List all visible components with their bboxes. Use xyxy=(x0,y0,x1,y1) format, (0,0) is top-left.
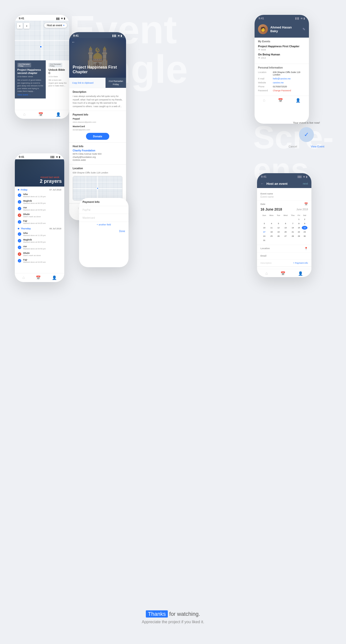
phone-map-events: 9:41 ‹ › Host an event + 21st R xyxy=(15,15,69,119)
mastercard-method: MasterCard donate@pedro.com xyxy=(73,125,123,131)
donate-button[interactable]: Donate xyxy=(86,133,109,140)
host-form-body: Event name Event name Date 📅 16 June 201… xyxy=(257,188,311,269)
cal-week-4: 17 18 19 20 21 22 23 xyxy=(261,230,308,234)
bottom-nav-1: ⌂ 📅 👤 xyxy=(15,110,69,119)
confirmation-overlay: Your event is live now! ✓ Cancel View Ev… xyxy=(282,121,331,148)
bottom-nav-6: ⌂ 📅 👤 xyxy=(257,269,311,277)
profile-icon-3[interactable]: 👤 xyxy=(296,98,301,103)
change-password-btn[interactable]: Change Password xyxy=(273,89,291,92)
personal-info-title: Personal Information xyxy=(258,66,306,69)
signal-icon-2: ▌▌▌ xyxy=(112,35,117,37)
event-title-1: Project Happiness second chapter xyxy=(17,68,43,75)
copy-link-button[interactable]: Copy link to clipboard xyxy=(69,78,105,88)
event-date-badge-1: 21st RamadanFriday xyxy=(17,63,31,67)
payment-info-link[interactable]: + Payment info xyxy=(293,262,308,264)
signal-icon xyxy=(56,17,60,20)
event-hero: 🕌 ← Project Happiness First Chapter xyxy=(69,38,126,78)
signal-icon-3: ▌▌▌ xyxy=(295,17,300,20)
host-info-section: Host Info Charity Foundation 6976 Cleta … xyxy=(69,142,126,164)
map-forward-btn[interactable]: › xyxy=(24,23,30,29)
mastercard-field[interactable]: Mastercard xyxy=(79,214,128,222)
location-icon: 📍 xyxy=(304,247,308,250)
done-link[interactable]: Done xyxy=(79,227,128,235)
host-event-button[interactable]: Host an event + xyxy=(44,23,67,28)
cal-mon: Mon xyxy=(268,214,275,217)
view-event-link-confirm[interactable]: View Event xyxy=(311,145,324,148)
payment-form-header: Payment Info xyxy=(79,198,128,206)
email-field-host[interactable]: Email xyxy=(257,252,311,260)
info-password: Password Change Password xyxy=(258,89,306,92)
profile-name: Ahmed Hasan Baky xyxy=(270,26,300,33)
info-phone: Phone 0170S072S20 xyxy=(258,85,306,88)
host-info-email: charity@foundation.org xyxy=(73,156,123,159)
phone-host-event: 9:41 ▌▌▌ ≋ ▮ ← Host an event next Event … xyxy=(257,173,311,277)
calendar-icon-4[interactable]: 📅 xyxy=(36,275,41,280)
prayer-maghrib-thu: ✓ Maghrib Marked done at 06:55 pm xyxy=(18,238,61,244)
cal-month: June 2018 xyxy=(296,208,308,211)
description-placeholder: Description xyxy=(261,262,272,264)
prayer-fajr-fri: ✓ Fajr Marked done at 04:05 am xyxy=(18,219,61,226)
check-done-4: ✓ xyxy=(18,220,21,224)
date-label: Date xyxy=(261,203,265,205)
prayer-isha-fri: ✓ Isha Marked done at 11:35 pm xyxy=(18,192,61,199)
event-views-2: 👁 2314 xyxy=(258,57,306,59)
home-icon-6[interactable]: ⌂ xyxy=(265,271,268,276)
cancel-link[interactable]: Cancel xyxy=(289,145,297,148)
profile-icon-4[interactable]: 👤 xyxy=(52,275,57,280)
event-name-1: Project Happiness First Chapter xyxy=(258,45,306,48)
copy-link-bar: Copy link to clipboard 21st RamadanFrida… xyxy=(69,78,126,88)
battery-icon-4: ▮ xyxy=(59,156,60,158)
profile-icon-1[interactable]: 👤 xyxy=(56,112,61,117)
map-back-btn[interactable]: ‹ xyxy=(17,23,23,29)
wifi-icon-3: ≋ xyxy=(301,17,303,20)
selected-date-cell[interactable]: 16 xyxy=(302,226,308,230)
phone-prayers: 9:41 ▌▌▌ ≋ ▮ 2 prayers missed last week … xyxy=(15,154,64,282)
location-field[interactable]: Location 📍 xyxy=(257,245,311,252)
calendar-icon-6[interactable]: 📅 xyxy=(281,271,286,276)
info-email: E-mail hello@carsive.me xyxy=(258,78,306,80)
check-icon: ✓ xyxy=(304,131,309,138)
profile-edit-icon[interactable]: ✎ xyxy=(303,27,306,31)
host-back-btn[interactable]: ← xyxy=(261,182,264,186)
my-events-title: My Events xyxy=(258,40,306,43)
view-event-link[interactable]: View event → xyxy=(17,94,43,96)
status-bar-4: 9:41 ▌▌▌ ≋ ▮ xyxy=(15,154,64,159)
personal-info-section: Personal Information Location 639 Shayne… xyxy=(255,64,309,96)
check-done-3: ✓ xyxy=(18,207,21,210)
calendar-icon-1[interactable]: 📅 xyxy=(38,112,43,117)
hero-back-button[interactable]: ← xyxy=(72,40,75,44)
paypal-field[interactable]: PayPal xyxy=(79,206,128,214)
footer-thanks: Thanks for watching. xyxy=(0,611,346,617)
time-1: 9:41 xyxy=(19,17,24,20)
time-4: 9:41 xyxy=(19,155,24,158)
home-icon-4[interactable]: ⌂ xyxy=(22,275,25,280)
event-card-dark: 21st RamadanFriday Project Happiness sec… xyxy=(15,60,46,98)
prayers-count: 2 prayers xyxy=(40,178,62,184)
eye-icon-2: 👁 xyxy=(258,57,260,59)
time-2: 9:41 xyxy=(73,34,79,37)
prayer-list: Friday 07 Jul 2018 ✓ Isha Marked done at… xyxy=(15,186,64,264)
phone-profile: 9:41 ▌▌▌ ≋ ▮ 🧑 Ahmed Hasan Baky ✎ My Eve… xyxy=(255,15,309,124)
status-icons-3: ▌▌▌ ≋ ▮ xyxy=(295,17,305,20)
description-section: Description I was always somebody who fe… xyxy=(69,88,126,111)
calendar-icon: 📅 xyxy=(304,202,308,206)
home-icon-3[interactable]: ⌂ xyxy=(263,98,265,103)
event-name-field[interactable]: Event name Event name xyxy=(257,190,311,200)
desc-payment-field[interactable]: Description + Payment info xyxy=(257,260,311,266)
watching-text: for watching. xyxy=(169,611,200,617)
add-field-link[interactable]: + another field xyxy=(79,222,128,227)
status-icons-1 xyxy=(56,17,65,20)
map-nav-buttons[interactable]: ‹ › xyxy=(17,23,30,29)
host-form-title: Host an event xyxy=(266,182,288,186)
cal-header: 16 June 2018 June 2018 xyxy=(261,207,308,211)
event-name-2: On Being Human xyxy=(258,53,306,56)
calendar-icon-3[interactable]: 📅 xyxy=(278,98,283,103)
home-icon-1[interactable]: ⌂ xyxy=(23,112,26,117)
cal-sat: Sat xyxy=(302,214,308,217)
profile-icon-6[interactable]: 👤 xyxy=(298,271,303,276)
host-next-label[interactable]: next xyxy=(303,182,308,185)
map-location-dot xyxy=(39,46,42,48)
time-3: 9:41 xyxy=(259,17,264,20)
prayer-asr-fri: ✓ Asr Marked done at 04:50 pm xyxy=(18,205,61,212)
map-area: ‹ › Host an event + xyxy=(15,21,69,60)
